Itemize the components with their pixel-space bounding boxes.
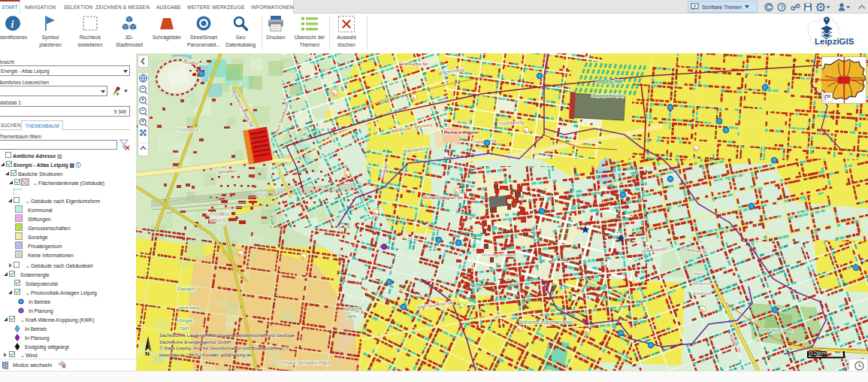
svg-text:b: b [517,327,520,332]
svg-text:Festwiese: Festwiese [177,127,200,132]
svg-text:LeipziGIS: LeipziGIS [815,37,854,46]
svg-text:park: park [346,314,356,320]
svg-text:Alter: Alter [694,271,703,276]
svg-text:b: b [301,255,304,259]
svg-text:b: b [332,91,335,96]
svg-text:Leipzig Hbf (tief): Leipzig Hbf (tief) [591,93,625,98]
svg-text:b: b [374,211,377,215]
svg-text:Hinrich-Lehmann: Hinrich-Lehmann [482,253,516,257]
svg-text:Richard-Wagner-: Richard-Wagner- [444,130,480,135]
svg-text:Wilhelm-Leuschner-Platz: Wilhelm-Leuschner-Platz [519,320,573,325]
svg-text:KGV: KGV [256,192,267,197]
svg-text:Richard-Wagner-Str: Richard-Wagner-Str [423,196,463,200]
svg-text:N: N [145,350,150,356]
svg-text:Emil-Fuchs-Str: Emil-Fuchs-Str [399,62,428,66]
svg-text:Klinger-: Klinger- [177,318,194,324]
svg-text:b: b [455,189,458,194]
svg-text:Lene-Voigt-Park: Lene-Voigt-Park [760,328,793,332]
svg-text:Leipzig Hbf: Leipzig Hbf [596,79,623,85]
svg-text:Franz-Schubert-Platz: Franz-Schubert-Platz [283,360,329,365]
svg-text:b: b [694,147,697,151]
svg-text:Johanna-: Johanna- [343,306,364,311]
svg-text:Johannis-: Johannis- [692,281,712,286]
svg-text:b: b [345,172,348,177]
svg-text:i: i [11,19,14,30]
svg-text:gartenweg: gartenweg [178,305,199,310]
svg-text:friedhof: friedhof [694,291,709,296]
svg-text:b: b [700,308,703,312]
svg-text:b: b [524,129,527,133]
svg-text:Palmen-: Palmen- [177,286,195,292]
svg-text:Leipzig: Leipzig [210,217,225,223]
svg-text:b: b [585,329,588,334]
svg-text:Universität: Universität [207,211,230,217]
svg-text:hain: hain [180,326,189,331]
svg-text:b: b [412,96,415,100]
svg-text:?: ? [780,4,784,11]
svg-text:0,2 km: 0,2 km [809,350,827,356]
svg-text:b: b [238,252,241,256]
svg-text:Red Bull: Red Bull [183,60,200,65]
